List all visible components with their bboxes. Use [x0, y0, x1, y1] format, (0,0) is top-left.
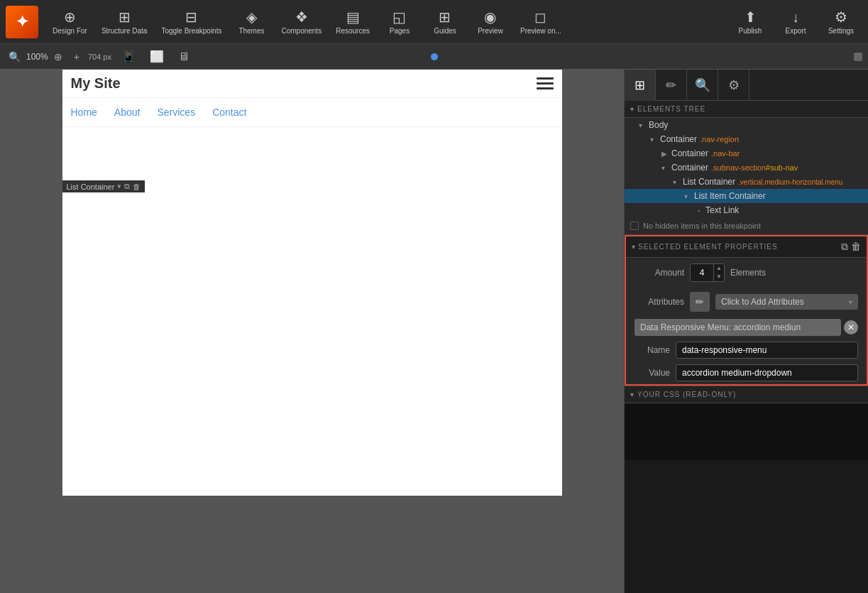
attribute-tag-row: Data Responsive Menu: accordion mediun ✕ [626, 316, 867, 339]
css-section-header[interactable]: ▾ YOUR CSS (READ-ONLY) [625, 386, 868, 403]
panel-top-icons: ⊞ ✏ 🔍 ⚙ [625, 70, 868, 101]
attributes-pencil-button[interactable]: ✏ [690, 292, 710, 312]
hamburger-line-1 [537, 77, 554, 80]
amount-input[interactable]: ▲ ▼ [690, 263, 725, 282]
hamburger-menu-icon[interactable] [537, 77, 554, 89]
zoom-control: 🔍 100% ⊕ [6, 50, 65, 64]
nav-services-link[interactable]: Services [157, 107, 195, 118]
toggle-breakpoints-icon: ⊟ [185, 9, 197, 26]
attributes-row: Attributes ✏ Click to Add Attributes ▾ [626, 288, 867, 316]
amount-increment[interactable]: ▲ [714, 264, 724, 273]
themes-icon: ◈ [246, 9, 257, 26]
zoom-in-button[interactable]: ⊕ [51, 50, 65, 64]
elements-tree: ▾ ELEMENTS TREE ▾ Body ▾ Container .nav-… [625, 101, 868, 217]
panel-search-icon-button[interactable]: 🔍 [687, 70, 718, 101]
tree-item-text-link[interactable]: • Text Link [625, 203, 868, 217]
tree-label-list-container: List Container [683, 177, 735, 187]
panel-pencil-icon-button[interactable]: ✏ [656, 70, 687, 101]
nav-about-link[interactable]: About [114, 107, 141, 118]
desktop-device-button[interactable]: 🖥 [174, 49, 194, 65]
hidden-checkbox[interactable] [630, 222, 639, 230]
elements-label: Elements [730, 268, 766, 278]
toolbar: ✦ ⊕ Design For ⊞ Structure Data ⊟ Toggle… [0, 0, 868, 44]
export-button[interactable]: ↓ Export [774, 6, 817, 38]
resources-icon: ▤ [346, 9, 360, 26]
toggle-breakpoints-button[interactable]: ⊟ Toggle Breakpoints [155, 6, 227, 38]
tree-item-container-subnav[interactable]: ▾ Container .subnav-section#sub-nav [625, 161, 868, 175]
elements-tree-label: ELEMENTS TREE [637, 105, 705, 113]
elements-tree-header[interactable]: ▾ ELEMENTS TREE [625, 101, 868, 118]
pencil-icon: ✏ [696, 296, 704, 308]
design-for-button[interactable]: ⊕ Design For [47, 6, 93, 38]
guides-button[interactable]: ⊞ Guides [424, 6, 466, 38]
name-field-input[interactable] [676, 342, 858, 359]
tree-item-list-container[interactable]: ▾ List Container .vertical.medium-horizo… [625, 175, 868, 189]
canvas-area: List Container ▾ ⧉ 🗑 My Site Home About … [0, 70, 624, 593]
tablet-device-button[interactable]: ⬜ [145, 48, 168, 65]
value-field-input[interactable] [676, 364, 858, 381]
phone-device-button[interactable]: 📱 [117, 48, 140, 65]
tree-item-container-nav-region[interactable]: ▾ Container .nav-region [625, 132, 868, 146]
tree-arrow-container-subnav: ▾ [661, 164, 669, 172]
guides-icon: ⊞ [439, 9, 451, 26]
name-field-row: Name [626, 339, 867, 361]
tree-item-body[interactable]: ▾ Body [625, 118, 868, 132]
structure-data-button[interactable]: ⊞ Structure Data [96, 6, 153, 38]
attribute-tag-close-button[interactable]: ✕ [844, 320, 858, 334]
value-field-row: Value [626, 361, 867, 384]
tree-item-container-nav-bar[interactable]: ▶ Container .nav-bar [625, 146, 868, 161]
preview-button[interactable]: ◉ Preview [469, 6, 512, 38]
attributes-dropdown[interactable]: Click to Add Attributes ▾ [715, 294, 858, 310]
breadcrumb-name: List Container [67, 183, 115, 191]
breadcrumb-delete-icon[interactable]: 🗑 [133, 183, 141, 191]
panel-grid-icon-button[interactable]: ⊞ [625, 70, 656, 101]
nav-contact-link[interactable]: Contact [212, 107, 246, 118]
hamburger-line-3 [537, 87, 554, 89]
zoom-percent: 100% [26, 52, 48, 62]
sel-props-delete-icon[interactable]: 🗑 [851, 241, 861, 253]
canvas-wrapper: List Container ▾ ⧉ 🗑 My Site Home About … [62, 70, 562, 496]
app-logo[interactable]: ✦ [6, 6, 38, 38]
css-section: ▾ YOUR CSS (READ-ONLY) [625, 386, 868, 593]
site-title: My Site [71, 75, 121, 92]
amount-decrement[interactable]: ▼ [714, 273, 724, 281]
tree-arrow-container-nav-bar: ▶ [661, 150, 669, 158]
elements-tree-arrow: ▾ [630, 105, 634, 113]
tree-class-list-container: .vertical.medium-horizontal.menu [738, 178, 842, 186]
tree-label-text-link: Text Link [705, 205, 739, 215]
nav-home-link[interactable]: Home [71, 107, 97, 118]
components-button[interactable]: ❖ Components [275, 6, 327, 38]
preview-on-button[interactable]: ◻ Preview on... [515, 6, 567, 38]
attributes-label: Attributes [634, 297, 684, 307]
canvas-size-label: 704 px [88, 53, 111, 61]
components-icon: ❖ [295, 9, 308, 26]
css-label: YOUR CSS (READ-ONLY) [637, 391, 736, 398]
site-menu: Home About Services Contact [62, 98, 562, 127]
panel-gear-icon-button[interactable]: ⚙ [718, 70, 749, 101]
breadcrumb-copy-icon[interactable]: ⧉ [124, 182, 130, 191]
publish-icon: ⬆ [745, 9, 757, 26]
logo-icon: ✦ [16, 13, 28, 31]
themes-button[interactable]: ◈ Themes [230, 6, 273, 38]
zoom-out-button[interactable]: 🔍 [6, 50, 23, 64]
tree-label-list-item-container: List Item Container [694, 191, 766, 201]
publish-label: Publish [739, 27, 762, 35]
tree-arrow-list-container: ▾ [673, 178, 680, 186]
canvas-bar: 🔍 100% ⊕ + 704 px 📱 ⬜ 🖥 [0, 44, 868, 70]
value-field-label: Value [634, 368, 670, 378]
add-element-button[interactable]: + [71, 50, 82, 64]
name-field-label: Name [634, 345, 670, 355]
css-arrow[interactable]: ▾ [630, 391, 634, 398]
sel-props-copy-icon[interactable]: ⧉ [841, 241, 848, 253]
tree-item-list-item-container[interactable]: ▾ List Item Container [625, 189, 868, 203]
pages-button[interactable]: ◱ Pages [378, 6, 421, 38]
amount-value-input[interactable] [691, 266, 713, 279]
attribute-tag: Data Responsive Menu: accordion mediun [634, 319, 841, 336]
publish-button[interactable]: ⬆ Publish [729, 6, 771, 38]
close-icon: ✕ [847, 322, 855, 332]
settings-button[interactable]: ⚙ Settings [820, 6, 862, 38]
pages-label: Pages [390, 27, 410, 35]
resources-button[interactable]: ▤ Resources [330, 6, 375, 38]
preview-on-label: Preview on... [520, 27, 561, 35]
canvas-resize-handle[interactable] [854, 53, 862, 61]
